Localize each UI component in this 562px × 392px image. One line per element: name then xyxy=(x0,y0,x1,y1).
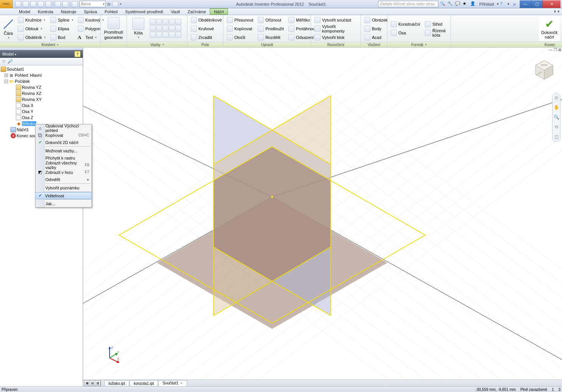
find-icon[interactable]: 🔎 xyxy=(8,59,13,64)
image-button[interactable]: Obrázek xyxy=(363,16,389,24)
constraint-icon[interactable] xyxy=(150,25,156,31)
pan-icon[interactable]: ✋ xyxy=(553,105,559,111)
tab-vault[interactable]: Vault xyxy=(167,8,184,15)
maximize-button[interactable]: ▢ xyxy=(531,0,542,8)
constraint-icon[interactable] xyxy=(156,32,162,38)
make-block-button[interactable]: Vytvořit blok xyxy=(313,33,358,41)
split-button[interactable]: Rozdělit xyxy=(257,33,285,41)
point-button[interactable]: Bod xyxy=(49,33,74,41)
driven-dim-button[interactable]: Řízená kóta xyxy=(424,29,448,37)
ctx-show-constraints[interactable]: Zobrazit všechny vazbyF8 xyxy=(36,161,91,169)
qat-fx-icon[interactable] xyxy=(112,1,118,7)
tab-getstarted[interactable]: Začínáme xyxy=(184,8,210,15)
tree-origin-node[interactable]: −📁Počátek xyxy=(0,78,83,84)
axis-button[interactable]: Osa xyxy=(390,29,421,37)
constraint-icon[interactable] xyxy=(150,19,156,25)
mdi-restore-icon[interactable]: ❐ xyxy=(554,48,557,52)
graphics-canvas[interactable]: — ❐ ⊠ SHORA VLEVO ◎ ✋ 🔍 ⟲ ◫ xyxy=(83,48,562,386)
ctx-constraint-options[interactable]: Možnosti vazby... xyxy=(36,147,91,154)
comm-icon[interactable]: 💬 xyxy=(455,1,461,7)
panel-label-constraints[interactable]: Vazby▾ xyxy=(127,42,187,47)
qat-open-icon[interactable] xyxy=(23,1,29,7)
search-input[interactable]: Zadejte klíčové slovo nebo výraz. xyxy=(378,1,438,7)
qat-redo-icon[interactable] xyxy=(45,1,51,7)
signin-button[interactable]: Přihlásit xyxy=(478,2,495,6)
help-icon[interactable]: ? xyxy=(500,1,506,7)
ctx-slice-graphics[interactable]: ◩Zobrazit v řezuF7 xyxy=(36,169,91,176)
ellipse-button[interactable]: Elipsa xyxy=(49,25,74,33)
construction-button[interactable]: Konstrukční xyxy=(390,20,421,28)
tree-axis-y[interactable]: Osa Y xyxy=(0,108,83,115)
constraint-icon[interactable] xyxy=(175,19,181,25)
tab-model[interactable]: Model xyxy=(15,8,34,15)
center-button[interactable]: Střed xyxy=(424,20,448,28)
lookat-icon[interactable]: ◫ xyxy=(553,134,559,140)
ctx-repeat[interactable]: ⌂Opakovat Výchozí pohled xyxy=(36,124,91,132)
view-mode-toggle[interactable]: ▦▤▥ xyxy=(84,380,101,386)
tree-root[interactable]: Součást1 xyxy=(0,66,83,72)
browser-header[interactable]: Model ▾ ? xyxy=(0,50,83,58)
close-button[interactable]: ✕ xyxy=(542,0,560,8)
rectangle-button[interactable]: Obdélník▾ xyxy=(17,33,47,41)
tab-sketch[interactable]: Náčrt xyxy=(210,8,228,15)
doc-tab-active[interactable]: Součást1✕ xyxy=(158,380,187,386)
mdi-minimize-icon[interactable]: — xyxy=(549,48,553,52)
filter-icon[interactable]: ▽ xyxy=(2,59,5,64)
constraint-icon[interactable] xyxy=(175,25,181,31)
copy-button[interactable]: Kopírovat xyxy=(226,25,254,33)
panel-label-format[interactable]: Formát▾ xyxy=(387,42,451,47)
dimension-button[interactable]: Kóta▾ xyxy=(129,16,147,41)
tab-environments[interactable]: Systémové prostředí xyxy=(121,8,167,15)
ctx-visibility[interactable]: ✔Viditelnost xyxy=(35,192,92,199)
ctx-create-note[interactable]: Vytvořit poznámku xyxy=(36,184,91,191)
constraint-icon[interactable] xyxy=(169,19,175,25)
view-cube[interactable]: SHORA VLEVO xyxy=(533,59,555,81)
minimize-button[interactable]: — xyxy=(520,0,531,8)
finish-sketch-button[interactable]: ✔ Dokončit náčrt xyxy=(539,16,560,41)
move-button[interactable]: Přesunout xyxy=(226,16,254,24)
rotate-button[interactable]: Otočit xyxy=(226,33,254,41)
tab-view[interactable]: Pohled xyxy=(101,8,121,15)
style-combo[interactable]: Barva▾ xyxy=(79,1,106,7)
star-icon[interactable]: ★ xyxy=(463,1,469,7)
arc-button[interactable]: Oblouk▾ xyxy=(17,25,47,33)
mirror-button[interactable]: Zrcadlit xyxy=(190,33,223,41)
ctx-copy[interactable]: ⿻KopírovatCtrl+C xyxy=(36,132,91,139)
constraint-icon[interactable] xyxy=(150,32,156,38)
circle-button[interactable]: Kružnice▾ xyxy=(17,16,47,24)
tree-axis-x[interactable]: Osa X xyxy=(0,102,83,108)
tree-axis-z[interactable]: Osa Z xyxy=(0,115,83,121)
orbit-icon[interactable]: ⟲ xyxy=(553,124,559,130)
circ-pattern-button[interactable]: Kruhové xyxy=(190,25,223,33)
constraint-icon[interactable] xyxy=(163,19,169,25)
ctx-measure[interactable]: Odměřit▸ xyxy=(36,176,91,183)
binoculars-icon[interactable]: 🔍 xyxy=(440,1,446,7)
overflow-button[interactable]: » xyxy=(511,1,518,7)
line-button[interactable]: Čára▾ xyxy=(2,16,14,41)
doc-tab[interactable]: ložisko.ipt xyxy=(104,380,129,386)
tab-tools[interactable]: Nástroje xyxy=(57,8,80,15)
app-menu-button[interactable]: PRO xyxy=(0,0,13,8)
mdi-close-icon[interactable]: ⊠ xyxy=(558,48,561,52)
tab-manage[interactable]: Správa xyxy=(80,8,101,15)
spline-button[interactable]: Spline▾ xyxy=(49,16,74,24)
tree-view-node[interactable]: +⊞Pohled: Hlavní xyxy=(0,72,83,78)
constraint-icon[interactable] xyxy=(169,32,175,38)
qat-print-icon[interactable] xyxy=(55,1,61,7)
constraint-icon[interactable] xyxy=(156,25,162,31)
rect-pattern-button[interactable]: Obdélníkové xyxy=(190,16,223,24)
qat-undo-icon[interactable] xyxy=(38,1,44,7)
tree-plane-xz[interactable]: Rovina XZ xyxy=(0,90,83,96)
constraint-icon[interactable] xyxy=(156,19,162,25)
doc-tab[interactable]: konzola1.ipt xyxy=(130,380,158,386)
expand-icon[interactable]: + xyxy=(5,74,8,77)
panel-label-draw[interactable]: Kreslení▾ xyxy=(0,42,100,47)
constraint-icon[interactable] xyxy=(169,25,175,31)
acad-button[interactable]: Acad xyxy=(363,33,389,41)
collapse-icon[interactable]: − xyxy=(5,80,8,83)
help-badge-icon[interactable]: ? xyxy=(74,51,81,57)
steering-wheel-icon[interactable]: ◎ xyxy=(553,95,559,101)
ctx-finish-sketch[interactable]: ✔Dokončit 2D náčrt xyxy=(36,139,91,146)
tree-plane-yz[interactable]: Rovina YZ xyxy=(0,84,83,90)
qat-select-icon[interactable] xyxy=(62,1,68,7)
